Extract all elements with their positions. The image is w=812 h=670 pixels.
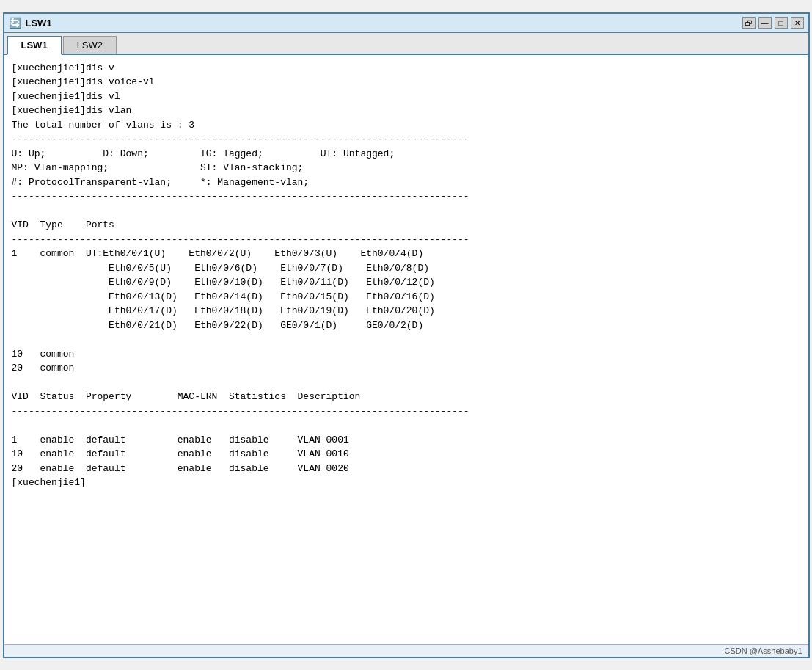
- window-controls: 🗗 — □ ✕: [742, 17, 804, 29]
- footer-bar: CSDN @Asshebaby1: [4, 644, 808, 657]
- minimize-button[interactable]: —: [758, 17, 772, 29]
- maximize-button[interactable]: □: [775, 17, 788, 29]
- terminal-output[interactable]: [xuechenjie1]dis v [xuechenjie1]dis voic…: [4, 55, 808, 644]
- title-bar: 🔄 LSW1 🗗 — □ ✕: [4, 14, 808, 33]
- window-title: LSW1: [26, 18, 52, 29]
- tab-bar: LSW1 LSW2: [4, 33, 808, 55]
- main-window: 🔄 LSW1 🗗 — □ ✕ LSW1 LSW2 [xuechenjie1]di…: [3, 12, 810, 658]
- tab-lsw1[interactable]: LSW1: [7, 36, 62, 55]
- tab-lsw2[interactable]: LSW2: [63, 36, 117, 54]
- app-icon: 🔄: [9, 17, 21, 29]
- footer-credit: CSDN @Asshebaby1: [725, 647, 802, 655]
- title-bar-left: 🔄 LSW1: [9, 17, 52, 29]
- restore-button[interactable]: 🗗: [742, 17, 756, 29]
- close-button[interactable]: ✕: [791, 17, 804, 29]
